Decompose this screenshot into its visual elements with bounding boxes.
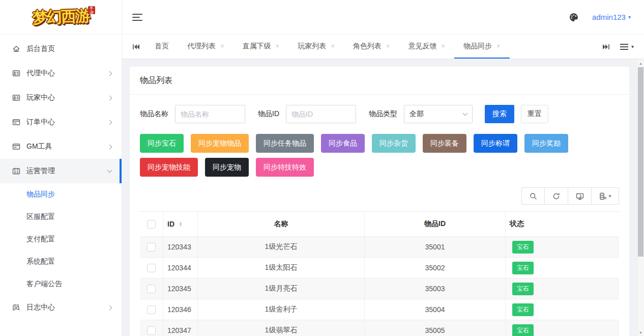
table-refresh-button[interactable] [545, 187, 568, 205]
chevron-down-icon [107, 168, 112, 173]
sidebar-subitem-system-config[interactable]: 系统配置 [0, 250, 122, 273]
app-window: 梦幻西游 手游 后台首页 代理中心 玩家中心 订单中心 [0, 0, 644, 336]
cell-id: 120346 [163, 299, 198, 320]
logo-text: 梦幻西游 [32, 6, 90, 29]
cell-id: 120344 [163, 258, 198, 278]
tab-agent-list[interactable]: 代理列表× [178, 35, 233, 59]
sync-gems-button[interactable]: 同步宝石 [140, 134, 184, 153]
tab-feedback[interactable]: 意见反馈× [399, 35, 454, 59]
cell-name: 1级翡翠石 [198, 320, 365, 336]
row-checkbox[interactable] [147, 305, 156, 314]
close-icon[interactable]: × [276, 42, 280, 50]
close-icon[interactable]: × [496, 42, 501, 50]
table-columns-button[interactable]: ▾ [592, 187, 619, 205]
sync-rewards-button[interactable]: 同步奖励 [524, 134, 568, 153]
tab-options-menu[interactable]: ▾ [615, 35, 639, 59]
sidebar-item-gm-tools[interactable]: GM工具 [0, 134, 122, 159]
tab-role-list[interactable]: 角色列表× [344, 35, 399, 59]
item-id-input[interactable] [286, 105, 356, 123]
item-type-select[interactable]: 全部 [404, 105, 473, 123]
close-icon[interactable]: × [386, 42, 390, 50]
id-card-icon [12, 94, 20, 102]
header-checkbox-cell [140, 212, 163, 236]
header-item-id: 物品ID [365, 212, 506, 236]
scroll-up-arrow[interactable]: ▲ [637, 60, 644, 67]
sidebar-subitem-payment-config[interactable]: 支付配置 [0, 228, 122, 250]
chevron-right-icon [107, 71, 112, 76]
sync-special-effects-button[interactable]: 同步特技特效 [256, 158, 314, 177]
rewind-icon [133, 44, 140, 50]
close-icon[interactable]: × [220, 42, 224, 50]
submenu-label: 客户端公告 [26, 279, 62, 289]
sync-titles-button[interactable]: 同步称谓 [474, 134, 517, 153]
sync-pets-button[interactable]: 同步宠物 [205, 158, 249, 177]
user-menu[interactable]: admin123 ▾ [592, 13, 631, 21]
tab-item-sync[interactable]: 物品同步× [454, 35, 510, 59]
scroll-down-arrow[interactable]: ▼ [637, 329, 644, 336]
sync-buttons-row: 同步宝石 同步宠物物品 同步任务物品 同步食品 同步杂货 同步装备 同步称谓 同… [130, 123, 629, 177]
row-checkbox[interactable] [147, 285, 156, 293]
sync-sundries-button[interactable]: 同步杂货 [372, 134, 416, 153]
sidebar-item-label: 订单中心 [26, 118, 108, 127]
row-checkbox[interactable] [147, 264, 156, 272]
cell-status: 宝石 [506, 299, 619, 320]
sidebar-item-agent-center[interactable]: 代理中心 [0, 61, 122, 86]
chevron-right-icon [107, 120, 112, 125]
sidebar-item-log-center[interactable]: 日志中心 [0, 295, 122, 320]
card-title: 物品列表 [130, 67, 629, 95]
tab-direct-subordinates[interactable]: 直属下级× [233, 35, 289, 59]
sidebar-subitem-item-sync[interactable]: 物品同步 [0, 183, 122, 206]
item-id-label: 物品ID [258, 109, 279, 119]
cell-name: 1级月亮石 [198, 278, 365, 299]
menu-icon [620, 42, 628, 51]
vertical-scrollbar[interactable]: ▲ ▼ [637, 60, 644, 336]
chevron-right-icon [107, 95, 112, 100]
chevron-right-icon [107, 144, 112, 149]
table-row: 120347 1级翡翠石 35005 宝石 [140, 320, 619, 336]
sidebar-item-label: 日志中心 [26, 303, 108, 312]
row-checkbox[interactable] [147, 326, 156, 335]
cell-item-id: 35005 [365, 320, 506, 336]
tab-home[interactable]: 首页 [145, 35, 178, 59]
cell-item-id: 35001 [365, 237, 506, 257]
submenu-label: 物品同步 [26, 190, 55, 199]
table-fullscreen-button[interactable] [568, 187, 592, 205]
cell-status: 宝石 [506, 258, 619, 278]
table-search-button[interactable] [521, 187, 545, 205]
sidebar-item-operations[interactable]: 运营管理 [0, 159, 122, 183]
home-icon [12, 45, 20, 53]
logo[interactable]: 梦幻西游 手游 [0, 0, 122, 35]
sidebar-subitem-client-announcement[interactable]: 客户端公告 [0, 273, 122, 295]
item-name-input[interactable] [175, 105, 245, 123]
sync-pet-items-button[interactable]: 同步宠物物品 [191, 134, 249, 153]
sidebar-item-dashboard[interactable]: 后台首页 [0, 37, 122, 61]
tab-scroll-left-button[interactable] [127, 35, 145, 59]
sidebar-item-player-center[interactable]: 玩家中心 [0, 86, 122, 110]
theme-palette-icon[interactable] [569, 12, 579, 22]
sidebar-item-label: 代理中心 [26, 69, 108, 78]
close-icon[interactable]: × [331, 42, 335, 50]
sync-quest-items-button[interactable]: 同步任务物品 [256, 134, 314, 153]
tab-scroll-right-button[interactable] [597, 35, 615, 59]
tab-player-list[interactable]: 玩家列表× [288, 35, 344, 59]
sync-pet-skills-button[interactable]: 同步宠物技能 [140, 158, 198, 177]
scrollbar-thumb[interactable] [638, 67, 643, 257]
status-badge: 宝石 [512, 303, 534, 316]
sidebar-item-order-center[interactable]: 订单中心 [0, 110, 122, 134]
search-button[interactable]: 搜索 [485, 105, 514, 123]
tab-label: 首页 [155, 42, 169, 51]
header-id[interactable]: ID ▲▼ [163, 212, 198, 236]
logo-seal: 手游 [88, 6, 95, 14]
card-icon [12, 143, 20, 151]
sidebar-subitem-server-config[interactable]: 区服配置 [0, 206, 122, 228]
cell-item-id: 35004 [365, 299, 506, 320]
sidebar-toggle-button[interactable] [132, 12, 142, 23]
sort-icon[interactable]: ▲▼ [179, 221, 183, 227]
sync-food-button[interactable]: 同步食品 [321, 134, 365, 153]
reset-button[interactable]: 重置 [521, 105, 548, 123]
select-all-checkbox[interactable] [147, 220, 156, 229]
close-icon[interactable]: × [441, 42, 445, 50]
sync-equipment-button[interactable]: 同步装备 [423, 134, 466, 153]
select-value: 全部 [409, 109, 424, 119]
row-checkbox[interactable] [147, 243, 156, 251]
